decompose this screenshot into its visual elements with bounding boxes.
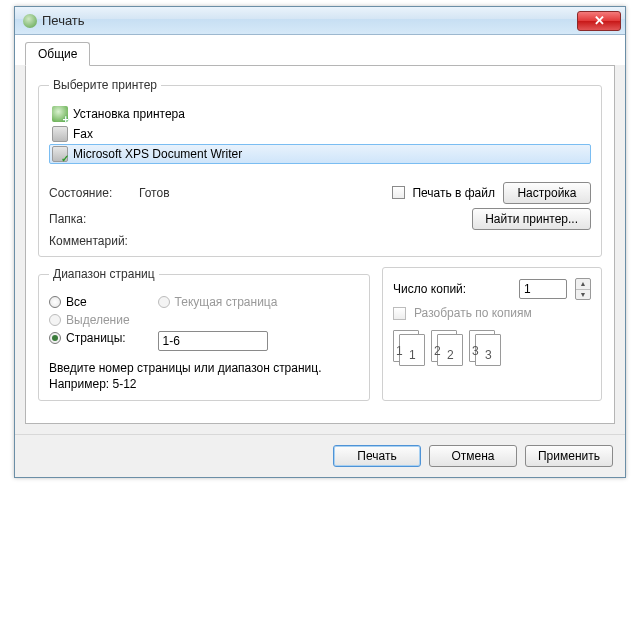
tab-general-body: Выберите принтер Установка принтера Fax …: [25, 65, 615, 424]
chevron-down-icon: ▼: [576, 290, 590, 300]
print-to-file-label: Печать в файл: [412, 186, 495, 200]
close-button[interactable]: ✕: [577, 11, 621, 31]
printer-item-label: Установка принтера: [73, 107, 185, 121]
copies-label: Число копий:: [393, 282, 466, 296]
printer-item-label: Fax: [73, 127, 93, 141]
range-all-radio[interactable]: Все: [49, 295, 130, 309]
chevron-up-icon: ▲: [576, 279, 590, 290]
copies-input[interactable]: [519, 279, 567, 299]
app-icon: [23, 14, 37, 28]
collate-illustration: 11 22 33: [393, 330, 591, 368]
printer-item-label: Microsoft XPS Document Writer: [73, 147, 242, 161]
range-all-label: Все: [66, 295, 87, 309]
copies-fieldset: Число копий: ▲ ▼ Разобрать по копиям 11: [382, 267, 602, 401]
printer-list[interactable]: Установка принтера Fax Microsoft XPS Doc…: [49, 104, 591, 164]
cancel-button[interactable]: Отмена: [429, 445, 517, 467]
printer-legend: Выберите принтер: [49, 78, 161, 92]
print-button[interactable]: Печать: [333, 445, 421, 467]
print-button-label: Печать: [357, 449, 396, 463]
printer-icon: [52, 146, 68, 162]
range-pages-label: Страницы:: [66, 331, 126, 345]
find-printer-button-label: Найти принтер...: [485, 212, 578, 226]
page-stack-icon: 22: [431, 330, 465, 368]
radio-icon: [49, 296, 61, 308]
titlebar: Печать ✕: [15, 7, 625, 35]
tab-general-label: Общие: [38, 47, 77, 61]
status-label: Состояние:: [49, 186, 139, 200]
add-printer-icon: [52, 106, 68, 122]
printer-item-xps[interactable]: Microsoft XPS Document Writer: [49, 144, 591, 164]
status-value: Готов: [139, 186, 249, 200]
radio-icon: [49, 314, 61, 326]
tab-strip: Общие: [15, 35, 625, 65]
page-stack-icon: 11: [393, 330, 427, 368]
window-title: Печать: [42, 13, 577, 28]
find-printer-button[interactable]: Найти принтер...: [472, 208, 591, 230]
page-range-help: Введите номер страницы или диапазон стра…: [49, 361, 359, 392]
copies-spinner[interactable]: ▲ ▼: [575, 278, 591, 300]
apply-button-label: Применить: [538, 449, 600, 463]
range-pages-radio[interactable]: Страницы:: [49, 331, 130, 345]
range-current-radio: Текущая страница: [158, 295, 278, 309]
range-selection-label: Выделение: [66, 313, 130, 327]
collate-label: Разобрать по копиям: [414, 306, 532, 320]
cancel-button-label: Отмена: [451, 449, 494, 463]
page-range-legend: Диапазон страниц: [49, 267, 159, 281]
tab-general[interactable]: Общие: [25, 42, 90, 66]
range-current-label: Текущая страница: [175, 295, 278, 309]
page-stack-icon: 33: [469, 330, 503, 368]
page-range-fieldset: Диапазон страниц Все Выделение: [38, 267, 370, 401]
checkbox-icon: [392, 186, 405, 199]
checkbox-icon: [393, 307, 406, 320]
radio-icon: [49, 332, 61, 344]
comment-label: Комментарий:: [49, 234, 139, 248]
fax-icon: [52, 126, 68, 142]
page-range-input[interactable]: [158, 331, 268, 351]
preferences-button[interactable]: Настройка: [503, 182, 591, 204]
print-dialog: Печать ✕ Общие Выберите принтер Установк…: [14, 6, 626, 478]
range-selection-radio: Выделение: [49, 313, 130, 327]
collate-checkbox: Разобрать по копиям: [393, 306, 591, 320]
apply-button[interactable]: Применить: [525, 445, 613, 467]
close-icon: ✕: [594, 13, 605, 28]
radio-icon: [158, 296, 170, 308]
range-pages-input-row: [158, 331, 278, 351]
printer-item-fax[interactable]: Fax: [49, 124, 591, 144]
print-to-file-checkbox[interactable]: Печать в файл: [392, 186, 495, 200]
printer-item-add[interactable]: Установка принтера: [49, 104, 591, 124]
folder-label: Папка:: [49, 212, 139, 226]
dialog-buttons: Печать Отмена Применить: [15, 434, 625, 477]
printer-fieldset: Выберите принтер Установка принтера Fax …: [38, 78, 602, 257]
preferences-button-label: Настройка: [517, 186, 576, 200]
